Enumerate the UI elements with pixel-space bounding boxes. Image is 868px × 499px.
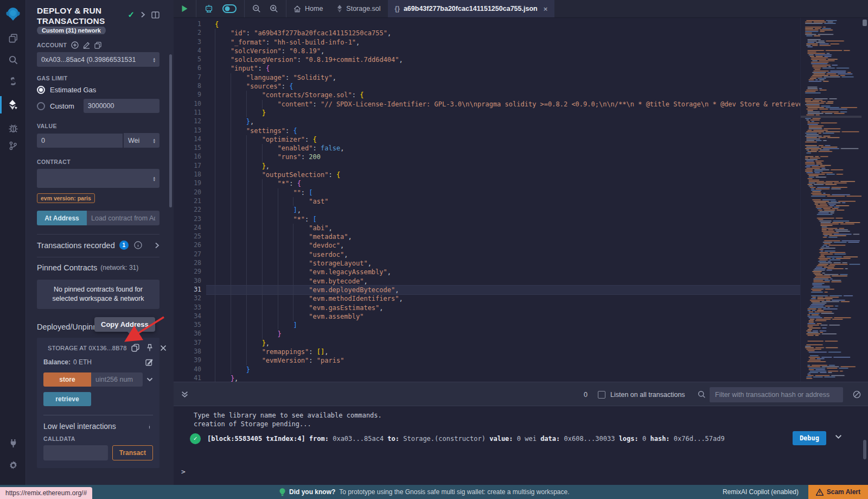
terminal-collapse-icon[interactable] — [181, 382, 188, 407]
custom-gas-radio[interactable] — [37, 102, 45, 110]
tab-json-file[interactable]: {} a69b43f277ba20fcac141151250ca755.json… — [388, 0, 555, 17]
estimated-gas-radio[interactable] — [37, 86, 45, 94]
code-line: } — [206, 330, 800, 338]
panel-scrollbar[interactable] — [169, 54, 172, 207]
lightbulb-icon — [279, 488, 285, 496]
line-number: 37 — [174, 339, 206, 348]
remix-logo-icon[interactable] — [0, 3, 26, 25]
code-line: } — [206, 109, 800, 117]
sidebar-item-file-explorer[interactable] — [0, 28, 26, 48]
terminal-body[interactable]: Type the library name to see available c… — [174, 406, 868, 485]
sidebar-item-solidity-compiler[interactable] — [0, 72, 26, 92]
edit-account-icon[interactable] — [83, 42, 90, 49]
transactions-recorded-section[interactable]: Transactions recorded 1 — [37, 235, 159, 256]
code-line: "evm.bytecode", — [206, 277, 800, 286]
value-unit-select[interactable]: Wei ▴▾ — [124, 133, 159, 148]
transact-button[interactable]: Transact — [112, 445, 153, 460]
sidebar-item-settings[interactable] — [0, 455, 26, 475]
pin-contract-icon[interactable] — [146, 344, 154, 352]
run-script-icon[interactable] — [181, 5, 188, 12]
code-line: "evm.methodIdentifiers", — [206, 294, 800, 303]
split-view-icon[interactable] — [151, 11, 159, 18]
debug-button[interactable]: Debug — [793, 431, 826, 445]
tab-storage-sol[interactable]: Storage.sol — [330, 0, 387, 17]
copilot-status[interactable]: RemixAI Copilot (enabled) — [723, 485, 799, 499]
editor-scrollbar-thumb[interactable] — [863, 20, 867, 26]
code-line: "runs": 200 — [206, 153, 800, 161]
solidity-file-icon — [337, 5, 342, 12]
store-argument-input[interactable] — [91, 372, 143, 387]
code-line: }, — [206, 339, 800, 348]
ai-assistant-icon[interactable] — [204, 4, 214, 14]
scam-alert-badge[interactable]: Scam Alert — [808, 485, 868, 499]
sidebar-item-search[interactable] — [0, 50, 26, 70]
zoom-out-icon[interactable] — [252, 4, 261, 13]
git-branch-icon — [8, 141, 18, 151]
contract-instance-title: STORAGE AT 0X136...8B78 — [48, 345, 127, 351]
tx-log-text: [block:5583405 txIndex:4] from: 0xa03...… — [207, 434, 725, 443]
line-number: 8 — [174, 82, 206, 91]
edit-balance-icon[interactable] — [145, 358, 153, 366]
transaction-log-row[interactable]: ✓ [block:5583405 txIndex:4] from: 0xa03.… — [190, 433, 863, 444]
gear-icon — [8, 460, 18, 470]
copilot-toggle-icon[interactable] — [222, 4, 237, 13]
sidebar-item-deploy-run[interactable] — [0, 95, 26, 115]
code-editor[interactable]: 1234567891011121314151617181920212223242… — [174, 18, 868, 382]
store-function-button[interactable]: store — [43, 372, 91, 387]
sidebar-item-git[interactable] — [0, 136, 26, 155]
low-level-info-icon[interactable] — [146, 423, 153, 430]
calldata-label: CALLDATA — [43, 435, 153, 442]
calldata-input[interactable] — [43, 445, 108, 460]
code-line: "solcVersion": "0.8.19", — [206, 47, 800, 55]
close-tab-icon[interactable]: × — [544, 5, 548, 13]
editor-minimap[interactable] — [800, 18, 861, 382]
tab-home[interactable]: Home — [286, 0, 330, 17]
remove-contract-icon[interactable] — [160, 345, 167, 351]
custom-gas-input[interactable] — [84, 99, 159, 113]
deployed-contract-card: Copy Address STORAGE AT 0X136...8B78 Bal… — [37, 338, 159, 468]
files-icon — [8, 33, 18, 43]
code-line: "contracts/Storage.sol": { — [206, 91, 800, 99]
load-contract-input[interactable] — [87, 211, 159, 225]
value-input[interactable] — [37, 134, 123, 148]
zoom-in-icon[interactable] — [270, 4, 278, 13]
line-number: 3 — [174, 38, 206, 47]
line-number: 21 — [174, 197, 206, 206]
transaction-filter-input[interactable] — [710, 387, 843, 402]
terminal-scrollbar[interactable] — [863, 440, 866, 459]
sidebar-item-debugger[interactable] — [0, 118, 26, 137]
line-number: 14 — [174, 135, 206, 144]
code-line: "_format": "hh-sol-build-info-1", — [206, 38, 800, 47]
code-line: "enabled": false, — [206, 144, 800, 153]
at-address-button[interactable]: At Address — [37, 211, 87, 225]
gas-limit-label: GAS LIMIT — [37, 75, 159, 81]
code-line: "language": "Solidity", — [206, 73, 800, 82]
sidebar-item-plugin-manager[interactable] — [0, 433, 26, 453]
contract-select[interactable]: ▴▾ — [37, 169, 159, 188]
clear-console-icon[interactable] — [853, 382, 861, 407]
listen-checkbox[interactable] — [598, 382, 605, 407]
code-line: "ast" — [206, 197, 800, 206]
expand-store-icon[interactable] — [146, 377, 153, 382]
line-number: 1 — [174, 20, 206, 29]
expand-transactions-icon[interactable] — [155, 242, 159, 249]
expand-tx-icon[interactable] — [835, 434, 842, 439]
pinned-empty-message: No pinned contracts found for selected w… — [37, 280, 159, 309]
account-select[interactable]: 0xA03...85ac4 (0.39866531531 ▴▾ — [37, 52, 159, 67]
warning-icon — [816, 489, 824, 496]
code-line: "*": { — [206, 179, 800, 188]
info-icon[interactable] — [134, 241, 142, 249]
line-number: 17 — [174, 162, 206, 170]
copy-account-icon[interactable] — [94, 42, 101, 49]
line-number: 11 — [174, 109, 206, 117]
estimated-gas-label: Estimated Gas — [50, 86, 96, 94]
code-line: "solcLongVersion": "0.8.19+commit.7dd6d4… — [206, 55, 800, 64]
link-preview-tooltip: https://remix.ethereum.org/# — [0, 487, 92, 499]
code-line: "": [ — [206, 188, 800, 197]
editor-gutter: 1234567891011121314151617181920212223242… — [174, 20, 206, 382]
chevron-right-icon[interactable] — [141, 11, 145, 18]
add-account-icon[interactable] — [71, 41, 79, 49]
line-number: 22 — [174, 206, 206, 214]
copy-address-icon[interactable] — [131, 344, 139, 352]
retrieve-function-button[interactable]: retrieve — [43, 392, 91, 406]
